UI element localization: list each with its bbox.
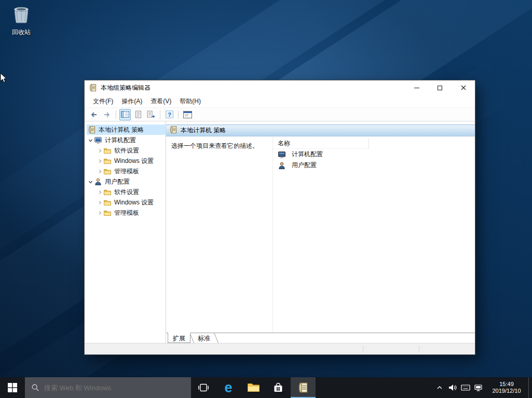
chevron-right-icon[interactable]: [96, 159, 103, 163]
tree-item-label: 管理模板: [114, 167, 139, 176]
taskbar: e: [0, 377, 532, 398]
recycle-bin[interactable]: 回收站: [6, 4, 36, 37]
store-button[interactable]: [266, 377, 291, 398]
help-button[interactable]: ?: [163, 109, 175, 120]
export-list-button[interactable]: [145, 109, 157, 120]
chevron-right-icon[interactable]: [96, 200, 103, 205]
minimize-button[interactable]: [405, 80, 428, 95]
console-window-button[interactable]: [182, 109, 193, 120]
tree-item-label: 用户配置: [105, 177, 130, 186]
help-icon: ?: [166, 111, 173, 118]
back-button[interactable]: [88, 109, 100, 120]
tree-item-computer-config[interactable]: 计算机配置: [85, 135, 166, 145]
extended-view: 选择一个项目来查看它的描述。 名称: [166, 136, 475, 333]
chevron-right-icon[interactable]: [96, 211, 103, 215]
list-item-label: 计算机配置: [292, 150, 323, 159]
menu-file[interactable]: 文件(F): [89, 95, 117, 108]
show-desktop-button[interactable]: [528, 377, 532, 398]
clock-time: 15:49: [486, 381, 527, 388]
gpedit-scroll-icon: [89, 84, 97, 92]
list-item-user-config[interactable]: 用户配置: [273, 160, 475, 171]
chevron-right-icon[interactable]: [96, 169, 103, 174]
chevron-right-icon[interactable]: [96, 190, 103, 195]
file-explorer-button[interactable]: [241, 377, 266, 398]
tree-item-windows-settings-user[interactable]: Windows 设置: [85, 197, 166, 208]
items-list[interactable]: 名称 计算机配置: [273, 136, 475, 333]
start-button[interactable]: [0, 377, 25, 398]
windows-logo-icon: [8, 383, 17, 392]
touch-keyboard-button[interactable]: [459, 377, 472, 398]
export-list-icon: [147, 111, 155, 118]
menu-view[interactable]: 查看(V): [146, 95, 175, 108]
volume-button[interactable]: [446, 377, 459, 398]
mouse-cursor: [0, 73, 8, 86]
chevron-right-icon[interactable]: [96, 148, 103, 153]
document-icon: [135, 111, 142, 118]
back-arrow-icon: [90, 111, 98, 119]
menu-help[interactable]: 帮助(H): [175, 95, 205, 108]
tree-item-label: 软件设置: [114, 188, 139, 197]
task-view-button[interactable]: [191, 377, 216, 398]
chevron-down-icon[interactable]: [87, 180, 94, 184]
close-icon: [461, 85, 466, 90]
gpedit-scroll-icon: [88, 126, 96, 134]
console-main-area: 本地计算机 策略 计算机配置: [85, 121, 475, 343]
list-item-computer-config[interactable]: 计算机配置: [273, 149, 475, 160]
folder-icon: [103, 188, 112, 196]
forward-button[interactable]: [101, 109, 113, 120]
console-tree-icon: [121, 111, 129, 118]
chevron-down-icon[interactable]: [87, 138, 94, 143]
tab-extended[interactable]: 扩展: [168, 333, 190, 343]
touch-keyboard-icon: [461, 384, 470, 391]
tree-item-admin-templates[interactable]: 管理模板: [85, 166, 166, 176]
name-column-header[interactable]: 名称: [273, 139, 369, 149]
tree-item-root[interactable]: 本地计算机 策略: [85, 125, 166, 135]
network-button[interactable]: [472, 377, 485, 398]
results-header-band: 本地计算机 策略: [166, 125, 475, 136]
tree-item-user-config[interactable]: 用户配置: [85, 176, 166, 187]
maximize-button[interactable]: [428, 80, 452, 95]
folder-icon: [103, 209, 112, 217]
tab-standard[interactable]: 标准: [193, 333, 215, 343]
menu-bar: 文件(F) 操作(A) 查看(V) 帮助(H): [85, 95, 475, 108]
gpedit-window: 本地组策略编辑器 文件(F) 操作(A) 查看(V) 帮助(H): [85, 80, 475, 354]
computer-icon: [94, 136, 102, 144]
search-input[interactable]: [44, 384, 191, 392]
gpedit-taskbar-button[interactable]: [291, 377, 316, 398]
svg-text:?: ?: [168, 112, 171, 118]
list-item-label: 用户配置: [292, 161, 317, 170]
folder-icon: [103, 198, 112, 207]
toolbar-separator: [116, 111, 116, 119]
tree-item-windows-settings[interactable]: Windows 设置: [85, 156, 166, 166]
tree-item-label: 计算机配置: [105, 136, 136, 145]
taskbar-clock[interactable]: 15:49 2019/12/10: [485, 381, 528, 394]
taskbar-search[interactable]: [25, 377, 191, 398]
title-bar[interactable]: 本地组策略编辑器: [85, 80, 475, 95]
tree-item-label: 管理模板: [114, 209, 139, 217]
tree-item-label: 本地计算机 策略: [99, 126, 144, 134]
tree-item-admin-templates-user[interactable]: 管理模板: [85, 208, 166, 218]
menu-action[interactable]: 操作(A): [117, 95, 146, 108]
system-tray: 15:49 2019/12/10: [433, 377, 532, 398]
document-button[interactable]: [132, 109, 144, 120]
results-header-title: 本地计算机 策略: [181, 126, 226, 135]
tree-item-software-settings-user[interactable]: 软件设置: [85, 187, 166, 197]
chevron-up-icon: [436, 384, 443, 391]
store-bag-icon: [272, 382, 284, 393]
file-explorer-icon: [247, 382, 260, 393]
close-button[interactable]: [452, 80, 475, 95]
toolbar: ?: [85, 108, 475, 121]
console-tree-pane[interactable]: 本地计算机 策略 计算机配置: [85, 121, 166, 343]
statusbar-separator: [419, 346, 419, 352]
tree-item-software-settings[interactable]: 软件设置: [85, 145, 166, 156]
description-text: 选择一个项目来查看它的描述。: [171, 142, 258, 149]
tray-overflow-button[interactable]: [433, 377, 446, 398]
console-tree-toggle-button[interactable]: [119, 109, 131, 120]
item-description-panel: 选择一个项目来查看它的描述。: [166, 136, 273, 333]
gpedit-scroll-icon: [297, 382, 309, 393]
search-icon: [31, 383, 39, 392]
user-icon: [94, 177, 102, 186]
tree-item-label: Windows 设置: [114, 198, 154, 207]
edge-browser-button[interactable]: e: [216, 377, 241, 398]
computer-icon: [278, 150, 286, 159]
